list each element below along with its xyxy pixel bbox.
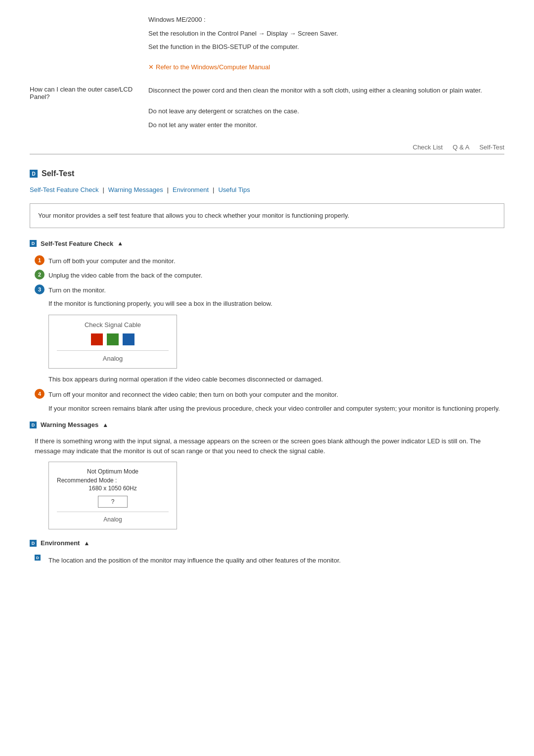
feature-check-label: Self-Test Feature Check <box>41 240 113 247</box>
step4-sub-text: If your monitor screen remains blank aft… <box>48 404 504 414</box>
step-4: 4 Turn off your monitor and reconnect th… <box>35 389 504 400</box>
section-title: Self-Test <box>42 169 74 178</box>
subnav-sep1: | <box>102 186 104 193</box>
signal-box-title: Check Signal Cable <box>57 321 169 329</box>
nav-tabs: Check List Q & A Self-Test <box>30 143 504 154</box>
self-test-heading: D Self-Test <box>30 169 504 178</box>
step-text-4: Turn off your monitor and reconnect the … <box>48 389 338 400</box>
faq-answer-clean: Disconnect the power cord and then clean… <box>148 86 504 134</box>
blue-square <box>123 333 134 345</box>
faq-question-clean: How can I clean the outer case/LCD Panel… <box>30 86 148 134</box>
tab-check-list[interactable]: Check List <box>413 143 443 151</box>
windows-text-line2: Set the function in the BIOS-SETUP of th… <box>148 42 504 52</box>
step-text-2: Unplug the video cable from the back of … <box>48 270 202 281</box>
info-box-text: Your monitor provides a self test featur… <box>38 212 349 219</box>
warning-messages-heading: D Warning Messages ▲ <box>30 421 504 428</box>
environment-heading: D Environment ▲ <box>30 539 504 547</box>
windows-label: Windows ME/2000 : <box>148 15 504 25</box>
refer-link[interactable]: ✕ Refer to the Windows/Computer Manual <box>148 63 504 71</box>
step-text-1: Turn off both your computer and the moni… <box>48 255 176 266</box>
clean-answer-3: Do not let any water enter the monitor. <box>148 120 504 130</box>
section-icon: D <box>30 170 38 178</box>
sub-navigation: Self-Test Feature Check | Warning Messag… <box>30 186 504 193</box>
asterisk-icon: ✕ <box>148 63 154 71</box>
warning-box-line2: Recommended Mode : <box>57 477 169 484</box>
color-squares <box>57 333 169 345</box>
step-2: 2 Unplug the video cable from the back o… <box>35 270 504 281</box>
warning-box-qmark: ? <box>98 496 128 508</box>
step3-sub-text: If the monitor is functioning properly, … <box>48 299 504 309</box>
warning-box: Not Optimum Mode Recommended Mode : 1680… <box>48 462 177 529</box>
feature-check-arrow: ▲ <box>117 240 123 247</box>
environment-item: D The location and the position of the m… <box>35 555 504 566</box>
faq-answer-windows: Windows ME/2000 : Set the resolution in … <box>148 15 504 76</box>
step-num-1: 1 <box>35 255 44 265</box>
subnav-sep3: | <box>213 186 214 193</box>
environment-text: The location and the position of the mon… <box>48 555 341 566</box>
signal-box-analog: Analog <box>57 350 169 362</box>
subnav-link-useful-tips[interactable]: Useful Tips <box>218 186 250 193</box>
warning-messages-arrow: ▲ <box>102 422 108 428</box>
warning-box-line3: 1680 x 1050 60Hz <box>57 485 169 492</box>
signal-cable-box: Check Signal Cable Analog <box>48 315 177 369</box>
red-square <box>91 333 103 345</box>
step-text-3: Turn on the monitor. <box>48 284 106 295</box>
step-num-2: 2 <box>35 270 44 280</box>
tab-q-and-a[interactable]: Q & A <box>452 143 469 151</box>
warning-messages-label: Warning Messages <box>41 421 98 428</box>
subnav-link-feature-check[interactable]: Self-Test Feature Check <box>30 186 98 193</box>
env-bullet-icon: D <box>35 555 41 561</box>
tab-self-test[interactable]: Self-Test <box>479 143 504 151</box>
clean-answer-1: Disconnect the power cord and then clean… <box>148 86 504 95</box>
warning-box-analog: Analog <box>57 512 169 523</box>
step-num-4: 4 <box>35 389 44 399</box>
subnav-link-warning-messages[interactable]: Warning Messages <box>108 186 163 193</box>
environment-label: Environment <box>41 539 80 547</box>
clean-answer-2: Do not leave any detergent or scratches … <box>148 106 504 116</box>
environment-icon: D <box>30 540 37 547</box>
subnav-link-environment[interactable]: Environment <box>173 186 209 193</box>
warning-messages-icon: D <box>30 422 37 428</box>
faq-question <box>30 15 148 76</box>
feature-check-heading: D Self-Test Feature Check ▲ <box>30 240 504 247</box>
green-square <box>107 333 119 345</box>
subnav-sep2: | <box>167 186 169 193</box>
info-box: Your monitor provides a self test featur… <box>30 203 504 228</box>
step-3: 3 Turn on the monitor. <box>35 284 504 295</box>
step-1: 1 Turn off both your computer and the mo… <box>35 255 504 266</box>
warning-box-line1: Not Optimum Mode <box>57 468 169 475</box>
step-num-3: 3 <box>35 284 44 294</box>
warning-text: If there is something wrong with the inp… <box>35 436 504 456</box>
feature-check-icon: D <box>30 240 37 247</box>
windows-text-line1: Set the resolution in the Control Panel … <box>148 29 504 39</box>
box-description: This box appears during normal operation… <box>48 375 504 384</box>
environment-arrow: ▲ <box>84 540 89 547</box>
